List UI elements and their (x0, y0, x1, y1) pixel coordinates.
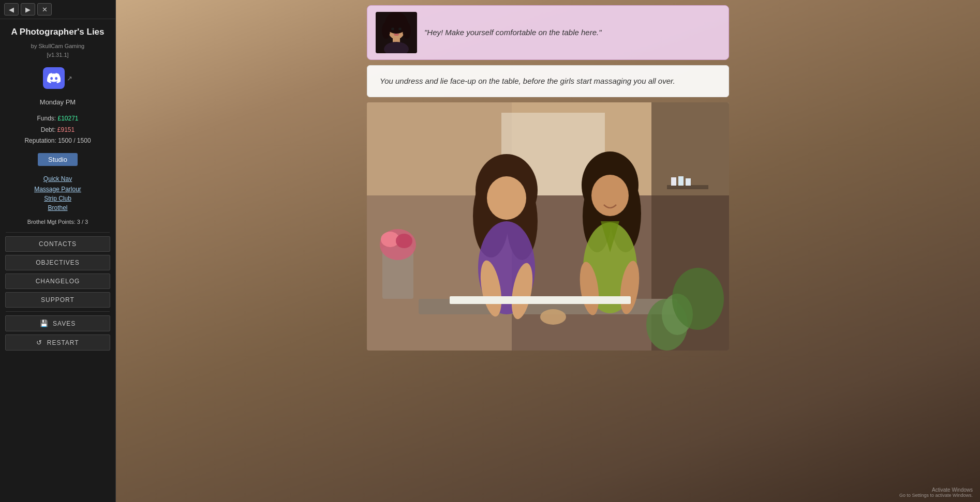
svg-point-6 (382, 22, 390, 39)
objectives-button[interactable]: OBJECTIVES (5, 255, 110, 270)
dialogue-text: "Hey! Make yourself comfortable on the t… (424, 27, 602, 39)
nav-close-button[interactable]: ✕ (37, 3, 52, 16)
narration-box: You undress and lie face-up on the table… (367, 65, 729, 97)
activate-windows-watermark: Activate Windows Go to Settings to activ… (899, 487, 973, 498)
contacts-button[interactable]: CONTACTS (5, 236, 110, 252)
svg-rect-19 (678, 176, 684, 186)
quick-nav-section: Quick Nav Massage Parlour Strip Club Bro… (0, 173, 115, 217)
changelog-button[interactable]: CHANGELOG (5, 273, 110, 289)
sidebar-divider-1 (6, 232, 110, 233)
narration-text: You undress and lie face-up on the table… (380, 75, 716, 87)
svg-rect-20 (686, 178, 691, 186)
svg-point-43 (540, 309, 566, 325)
saves-button[interactable]: 💾 SAVES (5, 315, 110, 331)
debt-value: £9151 (57, 126, 75, 133)
nav-arrows-bar: ◀ ▶ ✕ (0, 0, 115, 19)
svg-point-10 (394, 34, 399, 36)
external-link-icon[interactable]: ↗ (67, 74, 72, 82)
sidebar-divider-2 (6, 311, 110, 312)
svg-rect-18 (671, 177, 676, 186)
svg-point-9 (398, 28, 402, 31)
time-display: Monday PM (36, 96, 80, 111)
svg-point-25 (396, 234, 412, 248)
main-content: "Hey! Make yourself comfortable on the t… (116, 0, 980, 502)
saves-icon: 💾 (40, 320, 49, 327)
svg-point-31 (487, 176, 526, 220)
funds-label: Funds: (37, 115, 56, 122)
scene-svg (367, 102, 729, 351)
svg-point-8 (391, 28, 394, 31)
nav-back-button[interactable]: ◀ (4, 3, 19, 16)
nav-strip-club[interactable]: Strip Club (4, 194, 111, 203)
reputation-stat: Reputation: 1500 / 1500 (24, 135, 91, 147)
dialogue-box: "Hey! Make yourself comfortable on the t… (367, 5, 729, 60)
svg-point-45 (672, 268, 724, 330)
svg-point-38 (591, 175, 629, 216)
svg-rect-17 (667, 185, 708, 189)
nav-massage-parlour[interactable]: Massage Parlour (4, 185, 111, 194)
game-title: A Photographer's Lies (6, 19, 109, 40)
svg-point-7 (403, 22, 411, 39)
scene-image: ActivateWindows (367, 102, 729, 351)
studio-button[interactable]: Studio (38, 153, 78, 166)
brothel-mgt-points: Brothel Mgt Points: 3 / 3 (23, 217, 92, 230)
content-layer: "Hey! Make yourself comfortable on the t… (367, 5, 729, 351)
debt-label: Debt: (41, 126, 56, 133)
discord-area: ↗ (43, 63, 72, 96)
reputation-value: 1500 / 1500 (58, 137, 91, 144)
debt-stat: Debt: £9151 (24, 125, 91, 136)
author-text: by SkullCam Gaming (31, 43, 84, 49)
restart-label: RESTART (47, 339, 79, 346)
scene-image-container: ActivateWindows (367, 102, 729, 351)
reputation-label: Reputation: (24, 137, 56, 144)
quick-nav-title[interactable]: Quick Nav (4, 175, 111, 182)
speaker-portrait (376, 12, 417, 53)
restart-button[interactable]: ↺ RESTART (5, 334, 110, 351)
portrait-svg (376, 12, 417, 53)
version-text: [v1.31.1] (47, 52, 68, 58)
sidebar: ◀ ▶ ✕ A Photographer's Lies by SkullCam … (0, 0, 116, 502)
discord-logo[interactable] (43, 67, 65, 89)
funds-stat: Funds: £10271 (24, 113, 91, 125)
stats-area: Funds: £10271 Debt: £9151 Reputation: 15… (20, 111, 95, 151)
restart-icon: ↺ (36, 339, 42, 346)
support-button[interactable]: SUPPORT (5, 292, 110, 308)
nav-forward-button[interactable]: ▶ (21, 3, 35, 16)
svg-rect-44 (450, 296, 631, 304)
funds-value: £10271 (57, 115, 78, 122)
author-info: by SkullCam Gaming [v1.31.1] (27, 40, 88, 63)
saves-label: SAVES (53, 320, 76, 327)
nav-brothel[interactable]: Brothel (4, 203, 111, 212)
